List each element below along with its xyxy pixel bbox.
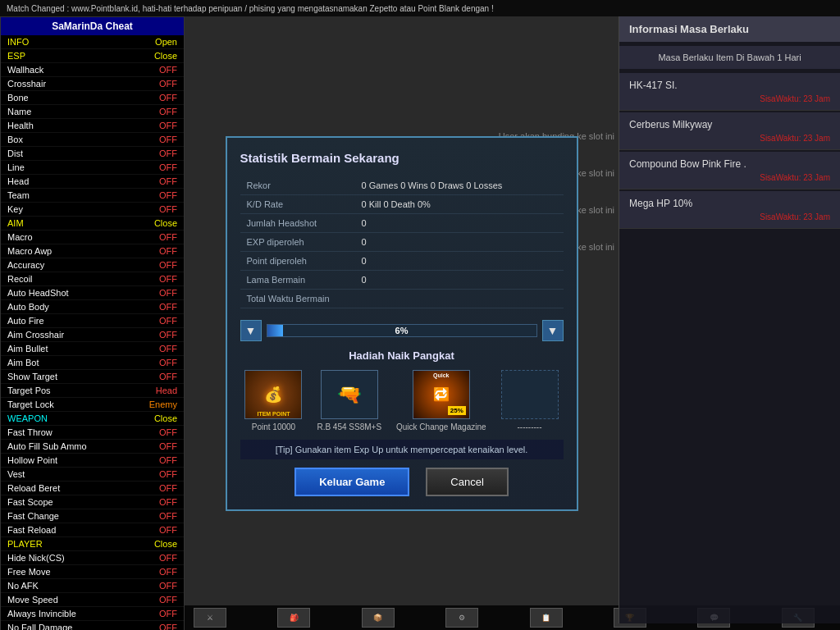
stats-row: EXP diperoleh0 [240, 232, 564, 251]
item-card-name: Cerberus Milkyway [629, 119, 830, 130]
cheat-row[interactable]: Auto BodyOFF [1, 300, 184, 314]
stats-value: 0 [355, 232, 564, 251]
cheat-row-value: OFF [159, 65, 177, 75]
cheat-row[interactable]: Fast ThrowOFF [1, 426, 184, 440]
cheat-row[interactable]: TeamOFF [1, 189, 184, 203]
tip-text: [Tip] Gunakan item Exp Up untuk memperce… [240, 440, 564, 459]
hadiah-item-label: Quick Change Magazine [396, 422, 486, 431]
cheat-row[interactable]: BoneOFF [1, 91, 184, 105]
stats-row: Rekor0 Games 0 Wins 0 Draws 0 Losses [240, 176, 564, 195]
cheat-row[interactable]: Macro AwpOFF [1, 244, 184, 258]
cheat-row-value: OFF [159, 316, 177, 326]
cheat-row-value: OFF [159, 176, 177, 186]
cheat-row[interactable]: Aim BulletOFF [1, 342, 184, 356]
cheat-row[interactable]: AIMClose [1, 217, 184, 231]
cheat-row[interactable]: HeadOFF [1, 175, 184, 189]
cheat-row-label: Auto Fire [7, 316, 44, 326]
cheat-row-label: Dist [7, 148, 23, 158]
cheat-row-value: OFF [159, 427, 177, 437]
cheat-row[interactable]: ESPClose [1, 49, 184, 63]
cheat-row-value: OFF [159, 246, 177, 256]
cheat-row[interactable]: Hide Nick(CS)OFF [1, 551, 184, 565]
cheat-row-value: OFF [159, 623, 177, 630]
cheat-row-value: OFF [159, 302, 177, 312]
keluar-game-button[interactable]: Keluar Game [294, 468, 409, 496]
cheat-row-value: OFF [159, 581, 177, 591]
cheat-row-label: Team [7, 190, 30, 200]
cheat-row[interactable]: Auto FireOFF [1, 314, 184, 328]
cheat-row[interactable]: Target LockEnemy [1, 398, 184, 412]
percent-badge: 25% [448, 406, 466, 415]
item-card-name: Mega HP 10% [629, 198, 830, 209]
cheat-row-value: OFF [159, 107, 177, 116]
cheat-row[interactable]: AccuracyOFF [1, 258, 184, 272]
cheat-row[interactable]: Auto Fill Sub AmmoOFF [1, 440, 184, 454]
cheat-row[interactable]: CrosshairOFF [1, 77, 184, 91]
modal-title: Statistik Bermain Sekarang [240, 151, 564, 165]
cheat-row[interactable]: KeyOFF [1, 203, 184, 217]
cheat-row[interactable]: NameOFF [1, 105, 184, 119]
cheat-row[interactable]: DistOFF [1, 147, 184, 161]
cheat-rows-container: INFOOpenESPCloseWallhackOFFCrosshairOFFB… [1, 35, 184, 630]
cheat-row-value: OFF [159, 455, 177, 465]
cheat-row-label: Crosshair [7, 79, 46, 89]
cheat-row[interactable]: BoxOFF [1, 133, 184, 147]
cheat-row-value: Close [154, 51, 177, 61]
xp-bar-wrap: 6% [267, 324, 537, 337]
cheat-row[interactable]: WallhackOFF [1, 63, 184, 77]
cheat-row-value: OFF [159, 609, 177, 619]
modal-buttons: Keluar Game Cancel [240, 468, 564, 496]
cheat-row-value: OFF [159, 525, 177, 535]
cheat-row[interactable]: Show TargetOFF [1, 370, 184, 384]
cheat-row[interactable]: No AFKOFF [1, 579, 184, 593]
stats-label: Lama Bermain [240, 270, 355, 289]
cheat-row-value: OFF [159, 204, 177, 214]
item-card-sisa: SisaWaktu: 23 Jam [629, 134, 830, 143]
cheat-row-value: Open [155, 37, 177, 47]
item-card: Compound Bow Pink Fire .SisaWaktu: 23 Ja… [619, 152, 840, 189]
cheat-row[interactable]: Target PosHead [1, 384, 184, 398]
cheat-row-value: OFF [159, 162, 177, 172]
cheat-row[interactable]: MacroOFF [1, 231, 184, 244]
cheat-row[interactable]: Move SpeedOFF [1, 593, 184, 607]
cancel-button[interactable]: Cancel [426, 468, 508, 496]
cheat-row[interactable]: No Fall DamageOFF [1, 621, 184, 630]
cheat-row[interactable]: VestOFF [1, 468, 184, 482]
stats-value: 0 Games 0 Wins 0 Draws 0 Losses [355, 176, 564, 195]
hadiah-item: 🔁25%QuickQuick Change Magazine [396, 370, 486, 431]
cheat-row[interactable]: Always InvincibleOFF [1, 607, 184, 621]
item-card-name: Compound Bow Pink Fire . [629, 158, 830, 170]
cheat-row[interactable]: Aim BotOFF [1, 356, 184, 370]
cheat-row-value: OFF [159, 497, 177, 507]
cheat-row-value: OFF [159, 483, 177, 493]
right-panel: Informasi Masa Berlaku Masa Berlaku Item… [619, 16, 840, 623]
cheat-row[interactable]: RecoilOFF [1, 272, 184, 286]
cheat-row[interactable]: Fast ChangeOFF [1, 509, 184, 523]
cheat-row[interactable]: LineOFF [1, 161, 184, 175]
cheat-row-label: Auto HeadShot [7, 288, 69, 298]
cheat-row[interactable]: Auto HeadShotOFF [1, 286, 184, 300]
hadiah-item-label: Point 10000 [252, 422, 295, 431]
cheat-row[interactable]: WEAPONClose [1, 412, 184, 426]
cheat-row-value: OFF [159, 553, 177, 563]
stats-value: 0 [355, 213, 564, 232]
cheat-row[interactable]: INFOOpen [1, 35, 184, 49]
hadiah-item-label: R.B 454 SS8M+S [317, 422, 381, 431]
cheat-row[interactable]: Fast ReloadOFF [1, 523, 184, 537]
cheat-row-label: INFO [7, 37, 29, 47]
stats-row: Lama Bermain0 [240, 270, 564, 289]
cheat-row[interactable]: Fast ScopeOFF [1, 495, 184, 509]
cheat-row-label: Head [7, 176, 29, 186]
cheat-row[interactable]: HealthOFF [1, 119, 184, 133]
stats-modal: Statistik Bermain Sekarang Rekor0 Games … [226, 136, 578, 511]
stats-label: EXP diperoleh [240, 232, 355, 251]
info-masa-berlaku-title: Informasi Masa Berlaku [619, 16, 840, 42]
cheat-row[interactable]: Free MoveOFF [1, 565, 184, 579]
cheat-row-value: OFF [159, 135, 177, 144]
cheat-row[interactable]: Reload BeretOFF [1, 482, 184, 495]
cheat-row-value: Head [156, 386, 177, 395]
cheat-row[interactable]: Hollow PointOFF [1, 454, 184, 468]
cheat-row-label: Macro Awp [7, 246, 52, 256]
cheat-row[interactable]: PLAYERClose [1, 537, 184, 551]
cheat-row[interactable]: Aim CrosshairOFF [1, 328, 184, 342]
